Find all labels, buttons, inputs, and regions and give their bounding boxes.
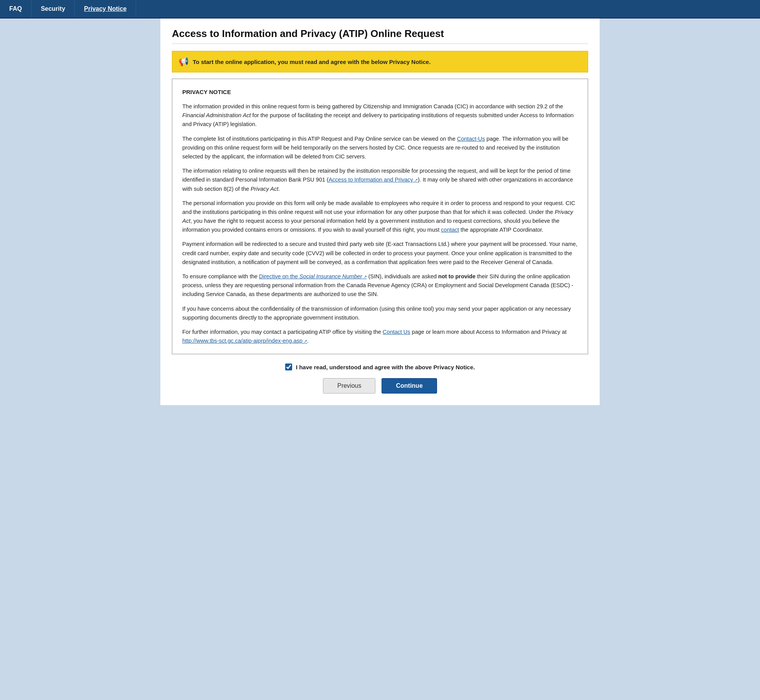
tbs-link[interactable]: http://www.tbs-sct.gc.ca/atip-aiprp/inde… [182,338,307,344]
notice-para-5: Payment information will be redirected t… [182,240,578,267]
contact-us-link-1[interactable]: Contact-Us [457,136,485,142]
alert-text: To start the online application, you mus… [193,59,430,65]
notice-para-3: The information relating to online reque… [182,167,578,194]
continue-button[interactable]: Continue [382,378,437,394]
tab-faq[interactable]: FAQ [0,0,32,18]
notice-para-2: The complete list of institutions partic… [182,135,578,162]
notice-para-7: If you have concerns about the confident… [182,305,578,322]
notice-para-8: For further information, you may contact… [182,328,578,345]
tab-privacy-notice[interactable]: Privacy Notice [75,0,136,18]
notice-para-4: The personal information you provide on … [182,199,578,235]
notice-title: PRIVACY NOTICE [182,88,578,97]
atip-link[interactable]: Access to Information and Privacy [329,177,418,183]
page-container: Access to Information and Privacy (ATIP)… [160,19,600,405]
checkbox-label[interactable]: I have read, understood and agree with t… [296,364,475,370]
alert-icon: 📢 [178,57,189,67]
privacy-notice-box: PRIVACY NOTICE The information provided … [172,79,588,354]
tab-security[interactable]: Security [32,0,75,18]
notice-para-1: The information provided in this online … [182,102,578,129]
nav-bar: FAQ Security Privacy Notice [0,0,760,19]
page-title: Access to Information and Privacy (ATIP)… [172,28,588,44]
contact-us-link-2[interactable]: Contact Us [383,329,410,335]
contact-link[interactable]: contact [441,227,459,233]
directive-sin-link[interactable]: Directive on the Social Insurance Number [259,273,367,279]
alert-banner: 📢 To start the online application, you m… [172,51,588,72]
notice-para-6: To ensure compliance with the Directive … [182,272,578,299]
buttons-area: Previous Continue [172,378,588,394]
agree-checkbox[interactable] [285,363,292,370]
checkbox-area: I have read, understood and agree with t… [172,363,588,370]
previous-button[interactable]: Previous [323,378,375,394]
